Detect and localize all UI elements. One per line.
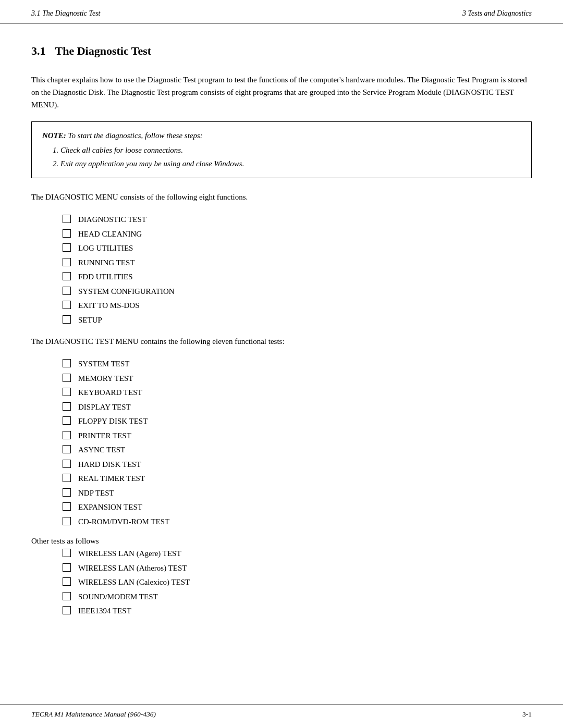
menu-item-label: FDD UTILITIES bbox=[78, 271, 133, 283]
menu-item: EXIT TO MS-DOS bbox=[63, 300, 532, 312]
menu-item: HEAD CLEANING bbox=[63, 228, 532, 240]
checkbox-icon bbox=[63, 301, 71, 309]
test-item: CD-ROM/DVD-ROM TEST bbox=[63, 516, 532, 528]
checkbox-icon bbox=[63, 592, 71, 600]
other-test-item: WIRELESS LAN (Atheros) TEST bbox=[63, 562, 532, 574]
header-right: 3 Tests and Diagnostics bbox=[462, 9, 532, 18]
test-item: EXPANSION TEST bbox=[63, 501, 532, 513]
section-number: 3.1 bbox=[31, 44, 46, 57]
test-item-label: NDP TEST bbox=[78, 487, 114, 499]
checkbox-icon bbox=[63, 606, 71, 614]
note-title: NOTE: bbox=[42, 131, 66, 140]
other-test-item: WIRELESS LAN (Calexico) TEST bbox=[63, 576, 532, 588]
checkbox-icon bbox=[63, 549, 71, 557]
test-item: PRINTER TEST bbox=[63, 430, 532, 442]
test-item: MEMORY TEST bbox=[63, 373, 532, 385]
menu-item-label: SYSTEM CONFIGURATION bbox=[78, 286, 175, 298]
section-title: The Diagnostic Test bbox=[55, 44, 152, 57]
checkbox-icon bbox=[63, 388, 71, 396]
other-tests-list: WIRELESS LAN (Agere) TESTWIRELESS LAN (A… bbox=[31, 548, 532, 617]
footer-right: 3-1 bbox=[522, 710, 532, 719]
other-test-item-label: WIRELESS LAN (Atheros) TEST bbox=[78, 562, 187, 574]
checkbox-icon bbox=[63, 416, 71, 425]
page-footer: TECRA M1 Maintenance Manual (960-436) 3-… bbox=[0, 705, 563, 728]
section-heading: 3.1The Diagnostic Test bbox=[31, 44, 532, 58]
checkbox-icon bbox=[63, 488, 71, 497]
checkbox-icon bbox=[63, 577, 71, 586]
other-test-item: IEEE1394 TEST bbox=[63, 605, 532, 617]
checkbox-icon bbox=[63, 374, 71, 382]
page-content: 3.1The Diagnostic Test This chapter expl… bbox=[0, 23, 563, 705]
checkbox-icon bbox=[63, 563, 71, 572]
menu-intro: The DIAGNOSTIC MENU consists of the foll… bbox=[31, 191, 532, 203]
test-item: NDP TEST bbox=[63, 487, 532, 499]
checkbox-icon bbox=[63, 359, 71, 367]
footer-left: TECRA M1 Maintenance Manual (960-436) bbox=[31, 710, 156, 719]
test-item-label: DISPLAY TEST bbox=[78, 401, 131, 413]
checkbox-icon bbox=[63, 502, 71, 511]
menu-item: DIAGNOSTIC TEST bbox=[63, 214, 532, 226]
other-test-item-label: SOUND/MODEM TEST bbox=[78, 591, 158, 603]
test-item-label: ASYNC TEST bbox=[78, 444, 125, 456]
menu-item-label: DIAGNOSTIC TEST bbox=[78, 214, 146, 226]
menu-item: SETUP bbox=[63, 314, 532, 326]
intro-paragraph: This chapter explains how to use the Dia… bbox=[31, 73, 532, 111]
test-item: FLOPPY DISK TEST bbox=[63, 415, 532, 427]
other-test-item-label: WIRELESS LAN (Calexico) TEST bbox=[78, 576, 190, 588]
test-item: KEYBOARD TEST bbox=[63, 387, 532, 399]
test-item-label: PRINTER TEST bbox=[78, 430, 131, 442]
checkbox-icon bbox=[63, 215, 71, 223]
test-list: SYSTEM TESTMEMORY TESTKEYBOARD TESTDISPL… bbox=[31, 358, 532, 527]
other-test-item-label: WIRELESS LAN (Agere) TEST bbox=[78, 548, 181, 560]
test-item: REAL TIMER TEST bbox=[63, 473, 532, 485]
checkbox-icon bbox=[63, 445, 71, 453]
test-intro: The DIAGNOSTIC TEST MENU contains the fo… bbox=[31, 335, 532, 348]
note-item-1: Check all cables for loose connections. bbox=[53, 144, 521, 157]
menu-list: DIAGNOSTIC TESTHEAD CLEANINGLOG UTILITIE… bbox=[31, 214, 532, 326]
checkbox-icon bbox=[63, 272, 71, 280]
other-test-item: WIRELESS LAN (Agere) TEST bbox=[63, 548, 532, 560]
checkbox-icon bbox=[63, 402, 71, 411]
menu-item-label: SETUP bbox=[78, 314, 102, 326]
menu-item: FDD UTILITIES bbox=[63, 271, 532, 283]
test-item-label: MEMORY TEST bbox=[78, 373, 133, 385]
menu-item: SYSTEM CONFIGURATION bbox=[63, 286, 532, 298]
header-left: 3.1 The Diagnostic Test bbox=[31, 9, 101, 18]
test-item: SYSTEM TEST bbox=[63, 358, 532, 370]
menu-item: LOG UTILITIES bbox=[63, 242, 532, 254]
test-item: DISPLAY TEST bbox=[63, 401, 532, 413]
note-box: NOTE: To start the diagnostics, follow t… bbox=[31, 121, 532, 178]
menu-item-label: HEAD CLEANING bbox=[78, 228, 142, 240]
checkbox-icon bbox=[63, 460, 71, 468]
other-test-item-label: IEEE1394 TEST bbox=[78, 605, 131, 617]
checkbox-icon bbox=[63, 431, 71, 439]
test-item-label: EXPANSION TEST bbox=[78, 501, 142, 513]
checkbox-icon bbox=[63, 258, 71, 266]
test-item-label: FLOPPY DISK TEST bbox=[78, 415, 148, 427]
test-item-label: SYSTEM TEST bbox=[78, 358, 130, 370]
other-test-item: SOUND/MODEM TEST bbox=[63, 591, 532, 603]
test-item-label: CD-ROM/DVD-ROM TEST bbox=[78, 516, 169, 528]
menu-item-label: RUNNING TEST bbox=[78, 257, 134, 269]
checkbox-icon bbox=[63, 517, 71, 525]
checkbox-icon bbox=[63, 287, 71, 295]
menu-item: RUNNING TEST bbox=[63, 257, 532, 269]
checkbox-icon bbox=[63, 229, 71, 238]
checkbox-icon bbox=[63, 243, 71, 252]
test-item: ASYNC TEST bbox=[63, 444, 532, 456]
test-item-label: KEYBOARD TEST bbox=[78, 387, 142, 399]
other-tests-label: Other tests as follows bbox=[31, 537, 532, 546]
checkbox-icon bbox=[63, 315, 71, 324]
note-title-text: To start the diagnostics, follow these s… bbox=[66, 131, 203, 140]
checkbox-icon bbox=[63, 474, 71, 482]
test-item: HARD DISK TEST bbox=[63, 459, 532, 471]
note-item-2: Exit any application you may be using an… bbox=[53, 157, 521, 171]
menu-item-label: EXIT TO MS-DOS bbox=[78, 300, 140, 312]
test-item-label: HARD DISK TEST bbox=[78, 459, 141, 471]
note-list: Check all cables for loose connections. … bbox=[42, 144, 521, 170]
menu-item-label: LOG UTILITIES bbox=[78, 242, 133, 254]
test-item-label: REAL TIMER TEST bbox=[78, 473, 145, 485]
